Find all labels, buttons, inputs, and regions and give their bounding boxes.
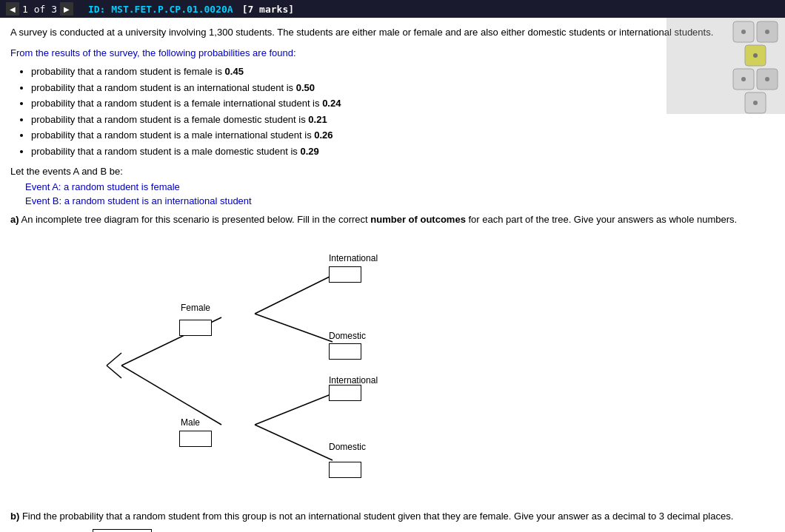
international-top-label: International [329,253,378,263]
international-bottom-input[interactable] [329,385,361,401]
list-item: probability that a random student is a f… [31,112,775,127]
page-navigation: ◀ 1 of 3 ▶ [6,2,73,16]
part-b-answer-input[interactable] [93,529,152,532]
next-page-button[interactable]: ▶ [60,2,73,16]
international-top-input[interactable] [329,266,361,283]
decorative-image [667,18,785,114]
from-results-text: From the results of the survey, the foll… [10,46,775,61]
part-b-answer-label: P(not B given A) = [10,529,88,532]
domestic-bottom-label: Domestic [329,442,366,452]
page-info: 1 of 3 [22,4,57,15]
part-b-answer-row: P(not B given A) = [10,529,775,532]
part-b-text: Find the probability that a random stude… [22,511,733,522]
document-id: ID: MST.FET.P.CP.01.0020A [88,4,233,15]
svg-point-11 [765,77,769,81]
male-label: Male [181,417,200,428]
part-a-container: a) An incomplete tree diagram for this s… [10,214,775,225]
svg-point-10 [741,77,746,81]
part-b-container: b) Find the probability that a random st… [10,509,775,532]
list-item: probability that a random student is a m… [31,128,775,143]
svg-point-9 [753,53,758,58]
svg-line-18 [255,425,333,460]
marks-badge: [7 marks] [242,4,294,15]
svg-line-19 [107,353,121,366]
svg-point-12 [753,101,758,105]
svg-point-7 [741,30,746,34]
probability-list: probability that a random student is fem… [31,64,775,158]
female-label: Female [181,303,210,313]
female-count-input[interactable] [179,320,212,336]
male-count-input[interactable] [179,431,212,447]
international-bottom-label: International [329,375,378,385]
header-bar: ◀ 1 of 3 ▶ ID: MST.FET.P.CP.01.0020A [7 … [0,0,785,18]
domestic-top-label: Domestic [329,331,366,341]
svg-line-15 [255,275,333,314]
svg-line-14 [121,366,221,425]
let-events-text: Let the events A and B be: [10,166,775,177]
event-b-text: Event B: a random student is an internat… [25,195,775,206]
page-number: 1 of 3 [22,4,57,15]
tree-diagram: Female Male International Domestic Inter… [55,232,573,499]
intro-paragraph: A survey is conducted at a university in… [10,25,775,40]
domestic-bottom-input[interactable] [329,462,361,478]
svg-line-17 [255,394,333,425]
list-item: probability that a random student is an … [31,81,775,95]
domestic-top-input[interactable] [329,343,361,360]
list-item: probability that a random student is fem… [31,64,775,79]
part-a-text: An incomplete tree diagram for this scen… [21,214,737,225]
svg-point-8 [765,30,769,34]
list-item: probability that a random student is a f… [31,96,775,111]
event-a-text: Event A: a random student is female [25,181,775,192]
part-b-label: b) [10,511,19,522]
main-content: A survey is conducted at a university in… [0,18,785,532]
part-b-question: b) Find the probability that a random st… [10,509,775,525]
svg-line-16 [255,314,333,342]
tree-svg [55,232,573,499]
svg-line-20 [107,366,121,378]
list-item: probability that a random student is a m… [31,144,775,159]
part-a-label: a) [10,214,19,225]
prev-page-button[interactable]: ◀ [6,2,19,16]
